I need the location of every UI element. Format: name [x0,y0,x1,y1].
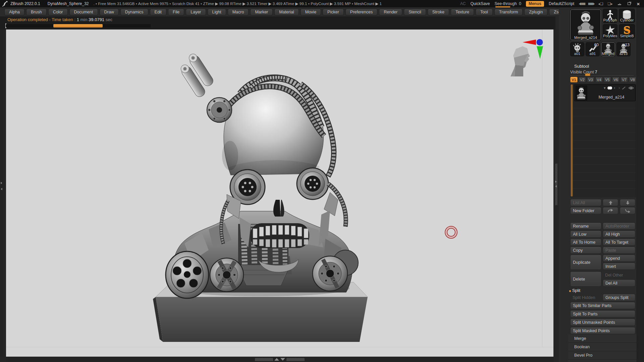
view-tab-v1[interactable]: V1 [570,77,578,82]
split-section-title[interactable]: Split [572,288,580,293]
menu-dynamics[interactable]: Dynamics [120,9,148,15]
close-button[interactable]: × [635,1,641,6]
menu-zplugin[interactable]: Zplugin [524,9,547,15]
menu-render[interactable]: Render [379,9,402,15]
rename-button[interactable]: Rename [570,223,601,230]
visibility-eye-icon[interactable] [628,86,634,90]
duplicate-button[interactable]: Duplicate [570,255,601,270]
bottom-tray-divider[interactable] [255,358,305,361]
restore-button[interactable] [626,1,632,6]
menu-marker[interactable]: Marker [250,9,273,15]
polypaint-brush-icon[interactable] [622,86,627,90]
split-to-similar-parts-button[interactable]: Split To Similar Parts [570,302,635,309]
menu-layer[interactable]: Layer [186,9,206,15]
split-hidden-button[interactable]: Split Hidden [570,294,601,301]
tool-cylinder[interactable]: Cylinder [619,9,635,23]
visible-count-track[interactable] [570,75,634,75]
menu-material[interactable]: Material [274,9,299,15]
quicksave-button[interactable]: QuickSave [471,1,490,6]
split-masked-points-button[interactable]: Split Masked Points [570,327,635,334]
see-through-slider[interactable]: See-through 0 [495,1,521,6]
default-zscript-button[interactable]: DefaultZScript [549,1,574,6]
menu-movie[interactable]: Movie [301,9,321,15]
view-tab-v3[interactable]: V3 [587,77,594,82]
subtool-list-scrollbar[interactable] [571,84,573,196]
subtool-section-title[interactable]: Subtool [574,64,589,69]
section-merge[interactable]: Merge [568,335,637,343]
recent-tool-a91[interactable]: 60 a91 [586,42,600,56]
cascade-right-icon[interactable]: ❏▸ [607,1,613,6]
view-tab-v4[interactable]: V4 [595,77,603,82]
section-bevel-pro[interactable]: Bevel Pro [568,351,637,360]
insert-button[interactable]: Insert [603,263,635,270]
camera-orientation-gizmo[interactable] [510,37,553,87]
split-unmasked-points-button[interactable]: Split Unmasked Points [570,319,635,326]
recent-tool-a213[interactable]: 13 a213 [616,42,631,56]
menu-transform[interactable]: Transform [494,9,523,15]
menu-stroke[interactable]: Stroke [428,9,449,15]
section-boolean[interactable]: Boolean [568,343,637,351]
shaded-toggle-icon[interactable]: ◐ [614,86,616,90]
view-tab-v5[interactable]: V5 [604,77,611,82]
viewport-canvas[interactable] [6,29,553,357]
menu-stencil[interactable]: Stencil [404,9,426,15]
menus-toggle-button[interactable]: Menus [526,1,544,7]
groups-split-button[interactable]: Groups Split [603,294,635,301]
active-tool-thumbnail[interactable]: Merged_a214 [570,9,601,40]
paste-button[interactable]: Paste [603,247,635,254]
ghost-toggle-icon[interactable]: ◑ [618,86,620,90]
autoreorder-button[interactable]: AutoReorder [603,223,635,230]
minimize-button[interactable]: ⌄ [616,1,623,6]
all-to-home-button[interactable]: All To Home [570,239,601,246]
move-up-button[interactable] [603,199,618,206]
menu-draw[interactable]: Draw [100,9,119,15]
menu-file[interactable]: File [168,9,184,15]
list-all-button[interactable]: List All [570,199,601,206]
menu-edit[interactable]: Edit [150,9,167,15]
menu-color[interactable]: Color [48,9,68,15]
tool-polysphere[interactable]: PolySph [603,9,618,23]
del-other-button[interactable]: Del Other [603,272,635,279]
move-out-folder-button[interactable] [620,207,635,214]
menu-tool[interactable]: Tool [476,9,493,15]
recent-tool-merged[interactable]: Merged [601,42,615,56]
tool-simplebrush[interactable]: S SimpleB [619,24,635,39]
subtool-collapse-icon[interactable]: ▾ [604,86,606,90]
menu-preferences[interactable]: Preferences [345,9,377,15]
view-tab-v8[interactable]: V8 [629,77,636,82]
visible-count-handle[interactable] [585,73,590,76]
menu-alpha[interactable]: Alpha [4,9,24,15]
view-tab-v2[interactable]: V2 [579,77,586,82]
menu-texture[interactable]: Texture [451,9,474,15]
section-align[interactable]: Align [568,360,637,362]
all-low-button[interactable]: All Low [570,231,601,238]
menu-picker[interactable]: Picker [323,9,344,15]
recent-tool-a01[interactable]: a01 [570,42,584,56]
all-high-button[interactable]: All High [603,231,635,238]
cascade-left-icon[interactable]: ◂❏ [598,1,604,6]
all-to-target-button[interactable]: All To Target [603,239,635,246]
del-all-button[interactable]: Del All [603,280,635,287]
right-tray-divider[interactable] [553,29,559,357]
subtool-item-merged-a214[interactable]: ▾ ◐ ◑ Merged_a214 [574,84,636,101]
menu-macro[interactable]: Macro [228,9,249,15]
menu-light[interactable]: Light [208,9,226,15]
polypaint-toggle-icon[interactable] [607,86,612,89]
new-folder-button[interactable]: New Folder [570,207,601,214]
delete-button[interactable]: Delete [570,272,601,287]
tool-polymesh3d[interactable]: PolyMes [603,24,618,39]
menu-brush[interactable]: Brush [26,9,47,15]
view-tab-v7[interactable]: V7 [621,77,628,82]
split-to-parts-button[interactable]: Split To Parts [570,310,635,317]
visible-count-slider[interactable]: Visible Count 7 [570,70,597,74]
scrub-ui-right-icon[interactable]: ▮▮▮▮▸ [588,1,594,6]
view-tab-v6[interactable]: V6 [612,77,620,82]
left-tray-divider[interactable] [0,29,3,357]
move-down-button[interactable] [620,199,635,206]
append-button[interactable]: Append [603,255,635,262]
move-to-folder-button[interactable] [603,207,618,214]
menu-document[interactable]: Document [69,9,98,15]
copy-button[interactable]: Copy [570,247,601,254]
sculpted-skull-model[interactable] [140,43,382,348]
scrub-ui-left-icon[interactable]: ◂▮▮▮▮ [579,1,585,6]
